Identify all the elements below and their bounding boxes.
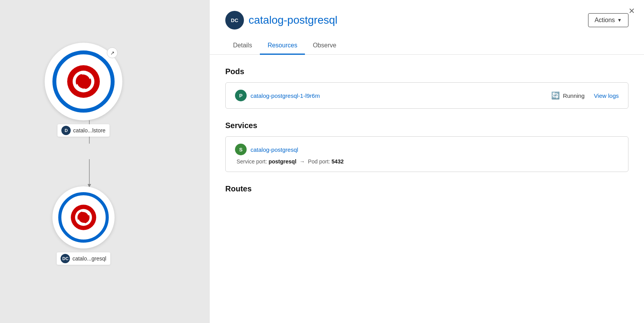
top-node-group: ↗ D (45, 43, 122, 137)
routes-section: Routes (225, 184, 628, 193)
bottom-node-inner (58, 192, 109, 243)
external-link-button[interactable]: ↗ (107, 47, 118, 58)
bottom-node-label-text: catalo...gresql (72, 255, 106, 262)
view-logs-link[interactable]: View logs (594, 92, 619, 99)
pods-heading: Pods (225, 67, 628, 76)
actions-button[interactable]: Actions ▼ (588, 13, 628, 27)
services-card: S catalog-postgresql Service port: postg… (225, 136, 628, 172)
close-button[interactable]: ✕ (627, 6, 636, 16)
tabs-bar: Details Resources Observe (225, 37, 628, 54)
pod-port-value: 5432 (332, 158, 344, 165)
title-left: DC catalog-postgresql (225, 11, 338, 30)
actions-label: Actions (595, 17, 615, 24)
top-node-inner (52, 50, 115, 113)
pod-name-group: P catalog-postgresql-1-l9r6m (235, 90, 542, 101)
service-port-value: postgresql (268, 158, 296, 165)
services-section: Services S catalog-postgresql Service po… (225, 121, 628, 172)
top-node-label-text: catalo...lstore (73, 127, 105, 134)
title-row: DC catalog-postgresql Actions ▼ (225, 11, 628, 30)
openshift-icon-bottom (70, 204, 97, 231)
tab-resources[interactable]: Resources (260, 37, 305, 55)
top-node-badge: D (61, 126, 71, 135)
port-arrow-icon: → (299, 158, 305, 165)
top-node-label[interactable]: D catalo...lstore (57, 124, 109, 137)
service-port-label: Service port: (237, 158, 267, 165)
bottom-node-label[interactable]: DC catalo...gresql (57, 252, 110, 265)
pod-badge: P (235, 90, 247, 101)
top-deployment-node[interactable]: ↗ (45, 43, 122, 120)
dc-badge: DC (225, 11, 244, 30)
topology-area: ↗ D (0, 0, 210, 323)
pods-card: P catalog-postgresql-1-l9r6m 🔄 Running V… (225, 82, 628, 109)
service-name-link[interactable]: catalog-postgresql (251, 146, 298, 153)
bottom-deployment-node[interactable] (52, 186, 115, 248)
pod-row: P catalog-postgresql-1-l9r6m 🔄 Running V… (235, 90, 619, 101)
panel-header: ✕ DC catalog-postgresql Actions ▼ Detail… (210, 0, 644, 55)
routes-heading: Routes (225, 184, 628, 193)
pod-status-group: 🔄 Running (551, 91, 585, 100)
sync-icon: 🔄 (551, 91, 560, 100)
service-badge: S (235, 144, 247, 155)
pod-status-text: Running (563, 92, 585, 99)
pods-section: Pods P catalog-postgresql-1-l9r6m 🔄 Runn… (225, 67, 628, 109)
topology-panel: ↗ D (0, 0, 210, 323)
openshift-icon-top (66, 64, 101, 99)
service-port-info: Service port: postgresql → Pod port: 543… (235, 158, 619, 165)
tab-details[interactable]: Details (225, 37, 260, 55)
bottom-node-badge: DC (61, 254, 70, 263)
page-title: catalog-postgresql (249, 14, 338, 26)
services-heading: Services (225, 121, 628, 130)
chevron-down-icon: ▼ (617, 17, 622, 23)
pod-port-label: Pod port: (308, 158, 330, 165)
service-name-row: S catalog-postgresql (235, 144, 619, 155)
tab-observe[interactable]: Observe (305, 37, 344, 55)
detail-panel: ✕ DC catalog-postgresql Actions ▼ Detail… (210, 0, 644, 323)
pod-name-link[interactable]: catalog-postgresql-1-l9r6m (251, 92, 320, 99)
panel-content: Pods P catalog-postgresql-1-l9r6m 🔄 Runn… (210, 55, 644, 323)
bottom-node-group: DC catalo...gresql (52, 186, 115, 265)
